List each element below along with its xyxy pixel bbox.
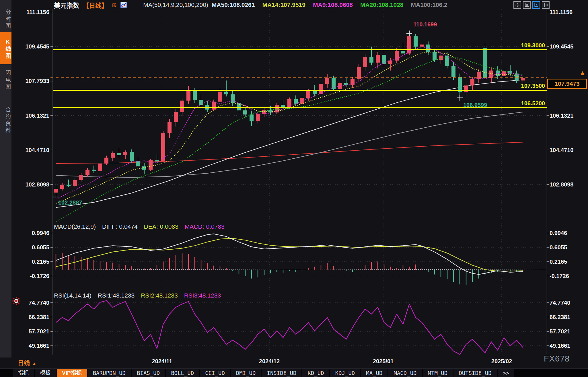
ma-settings-label: MA(50,14,9,20,100,200)	[143, 1, 208, 8]
ma-values: MA50:108.0261MA14:107.9519MA9:108.0608MA…	[212, 1, 455, 8]
macd-pane	[56, 234, 523, 285]
last-price-value: 107.9473	[554, 80, 580, 87]
pan-right-button[interactable]	[542, 1, 550, 9]
price-axis-label-left: 111.1156	[17, 9, 49, 15]
x-axis-date-label: 2024/12	[249, 358, 289, 365]
price-axis-label-right: 106.1321	[550, 112, 587, 119]
x-axis-date-label: 2025/02	[482, 358, 522, 365]
macd-axis-label-right: 0.2165	[550, 258, 587, 265]
axis-scale-button[interactable]	[523, 1, 531, 9]
period-selector[interactable]: 日线▲	[18, 358, 36, 367]
rsi-pane	[56, 301, 523, 354]
indicator-tab[interactable]: CCI_UD	[200, 369, 230, 377]
hline-price-label: 107.3500	[496, 82, 545, 90]
sidebar-divider	[1, 96, 10, 96]
extreme-cross-marker	[457, 95, 463, 101]
indicator-tab[interactable]: MA_UD	[361, 369, 388, 377]
extreme-cross-marker	[53, 194, 59, 200]
price-axis-label-right: 104.4710	[550, 147, 587, 153]
ma-value: MA100:106.2	[411, 1, 447, 8]
rsi-axis-label-right: 49.1661	[550, 342, 587, 349]
rsi-title: RSI(14,14,14)	[54, 292, 91, 299]
macd-title: MACD(26,12,9)	[54, 223, 96, 230]
indicator-tab[interactable]: OUTSIDE_UD	[453, 369, 497, 377]
move-tool-button[interactable]	[513, 1, 521, 9]
rsi-axis-label-right: 57.7021	[550, 328, 587, 335]
sidebar-item-candle-chart[interactable]: K线图	[0, 32, 11, 64]
sidebar-item-time-chart[interactable]: 分时图	[0, 4, 11, 33]
price-axis-label-right: 111.1156	[550, 9, 587, 15]
indicator-tab[interactable]: MACD_UD	[388, 369, 422, 377]
rsi-axis-label: 57.7021	[17, 328, 49, 335]
price-axis-label-left: 104.4710	[17, 147, 49, 153]
indicator-tab[interactable]: BARUPDN_UD	[88, 369, 131, 377]
indicator-tab-bar: 指标模板VIP指标BARUPDN_UDBIAS_UDBOLL_UDCCI_UDD…	[0, 368, 588, 377]
trading-app-window: 分时图 K线图 闪电图 合约资料 美元指数 【日线】 ⊕ MA(50,14,9,…	[0, 0, 588, 377]
macd-diff-value: DIFF:-0.0474	[102, 223, 138, 230]
ma-value: MA14:107.9519	[262, 1, 305, 8]
watermark: FX678	[544, 354, 570, 364]
indicator-tab[interactable]: INSIDE_UD	[262, 369, 301, 377]
rsi1-value: RSI1:48.1233	[98, 292, 135, 299]
swing-high-label: 110.1699	[413, 21, 437, 28]
macd-macd-value: MACD:-0.0783	[185, 223, 225, 230]
indicator-tab[interactable]: MTM_UD	[423, 369, 453, 377]
auto-scroll-button[interactable]	[532, 1, 540, 9]
macd-axis-label-right: 0.9946	[550, 230, 587, 236]
macd-axis-label-right: 0.6055	[550, 244, 587, 251]
x-axis-date-label: 2024/11	[142, 358, 182, 365]
price-axis-label-left: 109.4545	[17, 43, 49, 50]
price-axis-label-left: 107.7933	[17, 77, 49, 84]
indicator-tab[interactable]: 指标	[13, 369, 34, 377]
rsi-axis-label: 74.7740	[17, 299, 49, 306]
crosshair-target-icon[interactable]: ⊕	[111, 2, 117, 8]
price-pane	[53, 32, 547, 222]
period-tag: 【日线】	[83, 0, 108, 9]
chart-header: 美元指数 【日线】 ⊕ MA(50,14,9,20,100,200) MA50:…	[54, 0, 455, 10]
alert-dot-icon[interactable]	[12, 297, 21, 306]
period-selector-label: 日线	[18, 359, 30, 366]
extreme-cross-marker	[406, 30, 412, 36]
chart-type-icon[interactable]	[120, 2, 127, 8]
candlestick-layer	[54, 32, 525, 195]
macd-axis-label: 0.6055	[17, 244, 49, 251]
sidebar-item-lightning-chart[interactable]: 闪电图	[0, 65, 11, 94]
indicator-tab[interactable]: >>	[498, 369, 515, 377]
period-up-triangle-icon: ▲	[32, 361, 36, 366]
indicator-tab[interactable]: KDJ_UD	[330, 369, 360, 377]
price-axis-label-left: 106.1321	[17, 112, 49, 119]
indicator-tab[interactable]: BOLL_UD	[166, 369, 199, 377]
macd-pane-header: MACD(26,12,9) DIFF:-0.0474 DEA:-0.0083 M…	[54, 223, 225, 230]
macd-dea-value: DEA:-0.0083	[144, 223, 178, 230]
hline-price-label: 106.5200	[496, 100, 545, 107]
ma-value: MA9:108.0608	[313, 1, 353, 8]
rsi-axis-label-right: 66.2381	[550, 314, 587, 320]
rsi-axis-label: 49.1661	[17, 342, 49, 349]
macd-axis-label: -0.1726	[17, 273, 49, 279]
indicator-tab[interactable]: VIP指标	[57, 369, 87, 377]
x-axis-date-label: 2025/01	[363, 358, 403, 365]
indicator-tab[interactable]: DMI_UD	[231, 369, 261, 377]
macd-axis-label: 0.2165	[17, 258, 49, 265]
ma-value: MA20:108.1028	[360, 1, 404, 8]
ma-value: MA50:108.0261	[212, 1, 255, 8]
sidebar: 分时图 K线图 闪电图 合约资料	[0, 0, 11, 357]
indicator-tab[interactable]: 模板	[35, 369, 56, 377]
rsi-pane-header: RSI(14,14,14) RSI1:48.1233 RSI2:48.1233 …	[54, 292, 221, 299]
rsi2-value: RSI2:48.1233	[141, 292, 178, 299]
chart-toolbar	[513, 1, 550, 9]
price-up-arrow-icon: ▲	[579, 69, 586, 77]
rsi-axis-label-right: 74.7740	[550, 299, 587, 306]
symbol-name: 美元指数	[54, 0, 79, 9]
swing-low-label: 106.9599	[463, 102, 487, 108]
rsi3-value: RSI3:48.1233	[184, 292, 221, 299]
indicator-tab[interactable]: BIAS_UD	[132, 369, 165, 377]
chart-canvas	[0, 0, 588, 377]
sidebar-item-contract-info[interactable]: 合约资料	[0, 99, 11, 140]
macd-axis-label-right: -0.1726	[550, 273, 587, 279]
price-axis-label-left: 102.8098	[17, 181, 49, 188]
macd-axis-label: 0.9946	[17, 230, 49, 236]
indicator-tab[interactable]: KD_UD	[302, 369, 329, 377]
hline-price-label: 109.3000	[496, 42, 545, 49]
start-low-label: 102.2887	[58, 199, 82, 206]
